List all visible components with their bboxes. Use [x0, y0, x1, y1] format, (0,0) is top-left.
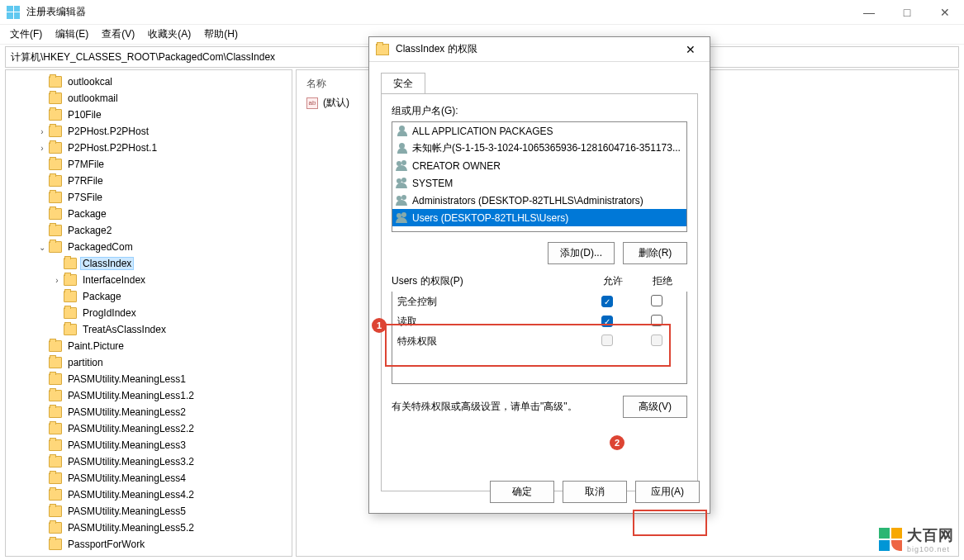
folder-icon [49, 472, 62, 484]
tree-item[interactable]: PASMUtility.MeaningLess1 [6, 371, 292, 387]
deny-checkbox[interactable] [651, 295, 662, 306]
user-list-item[interactable]: CREATOR OWNER [392, 157, 686, 174]
tree-item-label: Package [65, 207, 109, 221]
add-button[interactable]: 添加(D)... [548, 242, 615, 264]
tree-item[interactable]: P7RFile [6, 173, 292, 189]
user-list-item[interactable]: ALL APPLICATION PACKAGES [392, 122, 686, 140]
tree-item[interactable]: outlookcal [6, 74, 292, 90]
tree-item-label: ProgIdIndex [80, 306, 139, 320]
tree-item[interactable]: partition [6, 354, 292, 371]
dialog-titlebar[interactable]: ClassIndex 的权限 ✕ [369, 37, 710, 62]
tree-item[interactable]: Package [6, 288, 292, 305]
tree-item[interactable]: ClassIndex [6, 255, 292, 272]
cancel-button[interactable]: 取消 [563, 481, 627, 503]
annotation-marker-2: 2 [610, 435, 624, 450]
tree-item[interactable]: outlookmail [6, 90, 292, 107]
minimize-button[interactable]: — [850, 0, 888, 25]
ok-button[interactable]: 确定 [490, 481, 554, 503]
tree-item[interactable]: TreatAsClassIndex [6, 321, 292, 338]
tree-item[interactable]: ⌄PackagedCom [6, 239, 292, 255]
folder-icon [64, 307, 77, 319]
tree-item[interactable]: PASMUtility.MeaningLess3 [6, 437, 292, 453]
watermark: 大百网 big100.net [879, 525, 954, 553]
tree-item[interactable]: PASMUtility.MeaningLess2.2 [6, 420, 292, 437]
folder-icon [64, 274, 77, 286]
menu-help[interactable]: 帮助(H) [201, 26, 241, 43]
tree-item-label: P7MFile [65, 158, 107, 171]
apply-button[interactable]: 应用(A) [635, 481, 700, 503]
tree-item[interactable]: PASMUtility.MeaningLess4.2 [6, 486, 292, 503]
tree-item-label: PASMUtility.MeaningLess2.2 [65, 422, 197, 435]
expand-icon[interactable]: › [36, 144, 49, 153]
menu-edit[interactable]: 编辑(E) [52, 26, 92, 43]
allow-checkbox[interactable]: ✓ [601, 296, 613, 307]
maximize-button[interactable]: □ [888, 0, 926, 25]
allow-checkbox [601, 335, 613, 346]
folder-icon [49, 456, 62, 467]
tree-item-label: P2PHost.P2PHost [65, 125, 151, 138]
deny-checkbox [651, 335, 662, 346]
user-list-item[interactable]: Users (DESKTOP-82TLHLS\Users) [392, 209, 686, 226]
allow-checkbox[interactable]: ✓ [601, 316, 613, 327]
tree-item[interactable]: PASMUtility.MeaningLess3.2 [6, 453, 292, 470]
folder-icon [376, 44, 389, 55]
window-controls: — □ ✕ [850, 0, 964, 25]
value-name: (默认) [323, 96, 349, 110]
group-icon [396, 195, 409, 206]
tree-item[interactable]: ›P2PHost.P2PHost [6, 123, 292, 140]
dialog-close-button[interactable]: ✕ [678, 37, 703, 62]
permissions-header: Users 的权限(P) 允许 拒绝 [392, 274, 687, 288]
folder-icon [49, 93, 62, 104]
tree-item[interactable]: PASMUtility.MeaningLess1.2 [6, 387, 292, 404]
tree-pane[interactable]: outlookcaloutlookmailP10File›P2PHost.P2P… [5, 69, 292, 557]
tree-item[interactable]: ProgIdIndex [6, 305, 292, 321]
close-button[interactable]: ✕ [926, 0, 964, 25]
tree-item-label: PASMUtility.MeaningLess3.2 [65, 455, 197, 468]
tree-item[interactable]: Package [6, 206, 292, 222]
advanced-button[interactable]: 高级(V) [623, 396, 687, 418]
folder-icon [49, 539, 62, 550]
group-icon [396, 160, 409, 172]
tree-item[interactable]: PASMUtility.MeaningLess5 [6, 503, 292, 520]
group-users-label: 组或用户名(G): [392, 104, 687, 118]
tree-item-label: Paint.Picture [65, 339, 126, 353]
menu-favorites[interactable]: 收藏夹(A) [145, 26, 194, 43]
folder-icon [49, 109, 62, 121]
menu-file[interactable]: 文件(F) [7, 26, 45, 43]
user-list-item[interactable]: SYSTEM [392, 174, 686, 192]
tree-item[interactable]: PASMUtility.MeaningLess5.2 [6, 520, 292, 536]
tree-item[interactable]: PASMUtility.MeaningLess4 [6, 470, 292, 486]
tree-item[interactable]: P7MFile [6, 156, 292, 173]
tree-item[interactable]: PASMUtility.MeaningLess2 [6, 404, 292, 420]
deny-checkbox[interactable] [651, 315, 662, 326]
tree-item[interactable]: Package2 [6, 222, 292, 239]
folder-icon [49, 241, 62, 253]
expand-icon[interactable]: › [36, 127, 49, 136]
permissions-dialog: ClassIndex 的权限 ✕ 安全 组或用户名(G): ALL APPLIC… [368, 36, 710, 514]
folder-icon [49, 406, 62, 418]
tree-item[interactable]: Paint.Picture [6, 338, 292, 354]
expand-icon[interactable]: › [50, 276, 64, 285]
remove-button[interactable]: 删除(R) [623, 242, 687, 264]
tree-item-label: partition [65, 356, 106, 369]
tree-item[interactable]: ›InterfaceIndex [6, 272, 292, 288]
menu-view[interactable]: 查看(V) [98, 26, 138, 43]
expand-icon[interactable]: ⌄ [36, 243, 49, 252]
user-list-item[interactable]: 未知帐户(S-1-15-3-1024-1065365936-1281604716… [392, 140, 686, 157]
tree-item[interactable]: PassportForWork [6, 536, 292, 553]
tab-strip: 安全 [369, 62, 710, 93]
user-label: SYSTEM [412, 178, 453, 189]
tree-item-label: P7SFile [65, 191, 105, 204]
tree-item[interactable]: P10File [6, 107, 292, 123]
permissions-label: Users 的权限(P) [392, 274, 588, 288]
tab-security[interactable]: 安全 [381, 73, 425, 94]
tree-item[interactable]: ›P2PHost.P2PHost.1 [6, 140, 292, 156]
tree-item[interactable]: P7SFile [6, 189, 292, 206]
user-list-item[interactable]: Administrators (DESKTOP-82TLHLS\Administ… [392, 192, 686, 209]
watermark-text: 大百网 [907, 525, 954, 545]
user-list[interactable]: ALL APPLICATION PACKAGES未知帐户(S-1-15-3-10… [392, 121, 687, 232]
watermark-sub: big100.net [907, 545, 954, 553]
window-title: 注册表编辑器 [26, 5, 850, 19]
folder-icon [49, 423, 62, 434]
folder-icon [49, 340, 62, 352]
